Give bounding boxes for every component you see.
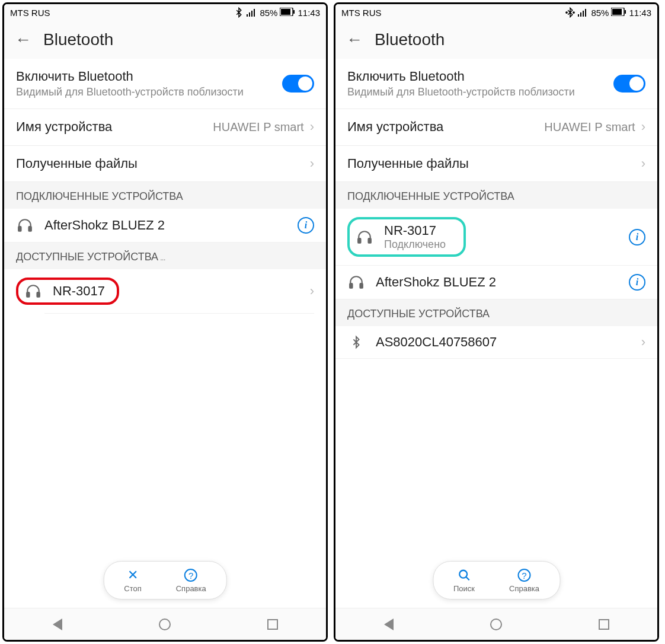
help-button[interactable]: ? Справка bbox=[501, 565, 548, 595]
status-bar: MTS RUS 85% 11:43 bbox=[335, 4, 657, 21]
svg-rect-22 bbox=[350, 283, 352, 288]
title-bar: ← Bluetooth bbox=[335, 21, 657, 59]
enable-bluetooth-row[interactable]: Включить Bluetooth Видимый для Bluetooth… bbox=[335, 59, 657, 109]
enable-subtitle: Видимый для Bluetooth-устройств поблизос… bbox=[347, 85, 613, 99]
received-files-row[interactable]: Полученные файлы › bbox=[4, 146, 326, 183]
info-icon[interactable]: i bbox=[629, 229, 645, 246]
received-files-label: Полученные файлы bbox=[347, 155, 635, 173]
svg-rect-7 bbox=[18, 227, 21, 231]
phone-left: MTS RUS 85% 11:43 ← Bluetooth Включить B… bbox=[2, 2, 328, 642]
svg-point-11 bbox=[566, 12, 567, 13]
bluetooth-icon bbox=[234, 7, 244, 18]
chevron-right-icon: › bbox=[641, 334, 645, 350]
search-label: Поиск bbox=[453, 584, 475, 593]
nav-recent-button[interactable] bbox=[267, 619, 278, 630]
phone-right: MTS RUS 85% 11:43 ← Bluetooth Включить B… bbox=[334, 2, 659, 642]
bluetooth-icon bbox=[347, 334, 365, 350]
back-arrow-icon[interactable]: ← bbox=[346, 30, 363, 49]
svg-rect-3 bbox=[254, 9, 255, 17]
device-name-label: Имя устройства bbox=[16, 119, 213, 136]
search-button[interactable]: Поиск bbox=[445, 565, 483, 595]
battery-icon bbox=[611, 8, 626, 18]
device-name: AS8020CL40758607 bbox=[376, 334, 635, 350]
available-devices-header: ДОСТУПНЫЕ УСТРОЙСТВА bbox=[335, 299, 657, 326]
device-name: NR-3017 bbox=[53, 283, 105, 299]
available-device-row[interactable]: AS8020CL40758607 › bbox=[335, 326, 657, 359]
svg-rect-16 bbox=[585, 9, 586, 17]
battery-percent: 85% bbox=[260, 8, 277, 18]
stop-label: Стоп bbox=[124, 584, 141, 593]
svg-rect-23 bbox=[360, 283, 363, 288]
nav-home-button[interactable] bbox=[159, 619, 171, 630]
search-icon bbox=[458, 568, 471, 583]
svg-rect-1 bbox=[249, 12, 250, 17]
stop-button[interactable]: ✕ Стоп bbox=[116, 565, 149, 595]
device-name-row[interactable]: Имя устройства HUAWEI P smart › bbox=[4, 109, 326, 146]
page-title: Bluetooth bbox=[375, 30, 445, 49]
bluetooth-toggle[interactable] bbox=[613, 75, 645, 93]
help-button[interactable]: ? Справка bbox=[168, 565, 215, 595]
enable-title: Включить Bluetooth bbox=[16, 68, 282, 85]
carrier-label: MTS RUS bbox=[10, 8, 50, 18]
headphones-icon bbox=[356, 229, 373, 245]
clock-label: 11:43 bbox=[298, 8, 320, 18]
title-bar: ← Bluetooth bbox=[4, 21, 326, 59]
device-name-row[interactable]: Имя устройства HUAWEI P smart › bbox=[335, 109, 657, 146]
svg-rect-0 bbox=[247, 14, 248, 17]
connected-devices-header: ПОДКЛЮЧЕННЫЕ УСТРОЙСТВА bbox=[4, 182, 326, 209]
info-icon[interactable]: i bbox=[629, 274, 645, 291]
device-name-label: Имя устройства bbox=[347, 119, 544, 136]
battery-icon bbox=[280, 8, 295, 18]
svg-line-25 bbox=[466, 577, 469, 581]
device-name: NR-3017 bbox=[384, 223, 446, 238]
connected-device-row[interactable]: AfterShokz BLUEZ 2 i bbox=[335, 266, 657, 299]
bluetooth-toggle[interactable] bbox=[282, 75, 314, 93]
chevron-right-icon: › bbox=[310, 283, 314, 299]
nav-home-button[interactable] bbox=[490, 619, 502, 630]
connected-device-row[interactable]: NR-3017 Подключено i bbox=[335, 209, 657, 266]
svg-rect-13 bbox=[578, 14, 579, 17]
svg-rect-8 bbox=[29, 227, 31, 231]
loading-dots: ... bbox=[158, 253, 165, 262]
connected-devices-header: ПОДКЛЮЧЕННЫЕ УСТРОЙСТВА bbox=[335, 182, 657, 209]
nav-recent-button[interactable] bbox=[599, 619, 609, 630]
action-pill: Поиск ? Справка bbox=[433, 561, 560, 600]
signal-icon bbox=[247, 8, 257, 17]
enable-bluetooth-row[interactable]: Включить Bluetooth Видимый для Bluetooth… bbox=[4, 59, 326, 109]
svg-rect-10 bbox=[37, 292, 40, 297]
clock-label: 11:43 bbox=[629, 8, 651, 18]
available-device-row[interactable]: NR-3017 › bbox=[4, 269, 326, 313]
bluetooth-connected-icon bbox=[565, 7, 576, 18]
close-icon: ✕ bbox=[127, 568, 138, 583]
available-header-text: ДОСТУПНЫЕ УСТРОЙСТВА bbox=[16, 251, 158, 263]
device-name: AfterShokz BLUEZ 2 bbox=[376, 275, 629, 290]
svg-point-12 bbox=[573, 12, 574, 13]
help-icon: ? bbox=[184, 568, 197, 583]
nav-back-button[interactable] bbox=[53, 619, 62, 630]
headphones-icon bbox=[347, 275, 365, 290]
svg-rect-21 bbox=[369, 238, 371, 243]
received-files-label: Полученные файлы bbox=[16, 155, 304, 173]
nav-bar bbox=[335, 608, 657, 640]
carrier-label: MTS RUS bbox=[341, 8, 382, 18]
svg-rect-14 bbox=[580, 12, 581, 17]
info-icon[interactable]: i bbox=[298, 217, 314, 234]
page-title: Bluetooth bbox=[43, 30, 113, 49]
status-right: 85% 11:43 bbox=[234, 7, 320, 18]
chevron-right-icon: › bbox=[310, 156, 314, 171]
svg-rect-9 bbox=[27, 292, 29, 297]
help-label: Справка bbox=[509, 584, 539, 593]
nav-bar bbox=[4, 608, 326, 640]
headphones-icon bbox=[24, 283, 42, 299]
nav-back-button[interactable] bbox=[384, 619, 394, 630]
svg-rect-2 bbox=[251, 11, 252, 17]
back-arrow-icon[interactable]: ← bbox=[15, 30, 31, 49]
headphones-icon bbox=[16, 218, 34, 233]
connected-device-row[interactable]: AfterShokz BLUEZ 2 i bbox=[4, 209, 326, 243]
device-name-value: HUAWEI P smart bbox=[544, 120, 635, 134]
enable-title: Включить Bluetooth bbox=[347, 68, 613, 85]
chevron-right-icon: › bbox=[641, 156, 645, 171]
content-area: Включить Bluetooth Видимый для Bluetooth… bbox=[4, 59, 326, 640]
help-label: Справка bbox=[176, 584, 206, 593]
received-files-row[interactable]: Полученные файлы › bbox=[335, 146, 657, 183]
